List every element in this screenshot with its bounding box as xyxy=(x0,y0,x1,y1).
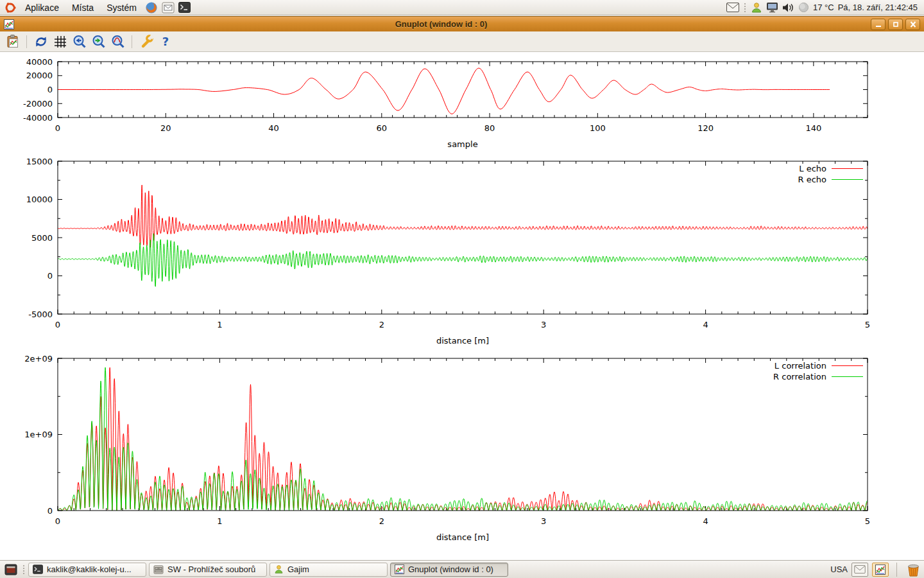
maximize-icon xyxy=(892,21,900,28)
svg-text:4: 4 xyxy=(703,320,708,329)
svg-text:1e+09: 1e+09 xyxy=(24,430,53,439)
display-applet[interactable] xyxy=(766,2,778,13)
mail-launcher[interactable] xyxy=(160,1,176,15)
taskbar-item-label: kaklik@kaklik-kolej-u... xyxy=(47,565,132,574)
svg-text:3: 3 xyxy=(541,320,546,329)
unzoom-button[interactable] xyxy=(109,33,126,50)
svg-text:sample: sample xyxy=(447,139,477,149)
volume-applet[interactable] xyxy=(782,3,794,13)
moon-icon xyxy=(798,2,809,13)
svg-text:3: 3 xyxy=(541,516,546,526)
ubuntu-menu-button[interactable] xyxy=(3,1,18,15)
copy-to-clipboard-button[interactable] xyxy=(4,33,21,50)
svg-text:R echo: R echo xyxy=(798,175,826,184)
svg-text:?: ? xyxy=(162,35,168,48)
trash-icon xyxy=(907,563,920,577)
taskbar-item-file-browser[interactable]: SW - Prohlížeč souborů xyxy=(149,563,267,577)
taskbar-item-gajim[interactable]: Gajim xyxy=(270,563,388,577)
help-button[interactable]: ? xyxy=(157,33,174,50)
taskbar-item-terminal[interactable]: kaklik@kaklik-kolej-u... xyxy=(28,563,146,577)
ubuntu-logo-icon xyxy=(4,2,16,13)
svg-text:L correlation: L correlation xyxy=(774,361,826,371)
terminal-icon xyxy=(33,565,43,574)
gnuplot-canvas[interactable]: 02040608010012014040000200000-20000-4000… xyxy=(0,52,924,560)
trash-applet[interactable] xyxy=(905,563,921,577)
svg-text:2: 2 xyxy=(379,320,384,329)
taskbar-item-gnuplot[interactable]: Gnuplot (window id : 0) xyxy=(390,563,508,577)
terminal-icon xyxy=(178,2,191,13)
toggle-grid-button[interactable] xyxy=(51,33,69,50)
firefox-icon xyxy=(145,1,158,14)
unzoom-icon xyxy=(110,34,126,49)
display-icon xyxy=(766,2,778,13)
speaker-icon xyxy=(782,3,794,13)
zoom-previous-button[interactable] xyxy=(71,33,88,50)
toolbar-separator xyxy=(132,35,132,48)
taskbar-item-label: Gajim xyxy=(287,565,309,574)
tray-gnuplot-icon[interactable] xyxy=(872,563,889,577)
tray-mail-icon[interactable] xyxy=(851,563,868,577)
gajim-icon xyxy=(274,565,284,574)
window-selector-icon xyxy=(4,564,17,575)
svg-text:0: 0 xyxy=(47,506,53,516)
svg-text:-40000: -40000 xyxy=(23,113,53,123)
tasklist-drag-handle[interactable] xyxy=(22,565,26,574)
svg-text:20000: 20000 xyxy=(26,71,53,80)
svg-text:60: 60 xyxy=(377,123,388,133)
clock-label[interactable]: Pá, 18. září, 21:42:45 xyxy=(838,3,918,12)
taskbar-item-label: SW - Prohlížeč souborů xyxy=(167,565,255,574)
svg-text:1: 1 xyxy=(217,516,222,526)
replot-button[interactable] xyxy=(32,33,49,50)
maximize-button[interactable] xyxy=(888,19,903,30)
presence-applet[interactable] xyxy=(751,2,762,13)
svg-text:2: 2 xyxy=(379,516,384,526)
svg-text:20: 20 xyxy=(160,123,171,133)
svg-text:0: 0 xyxy=(55,123,60,133)
close-button[interactable] xyxy=(905,19,920,30)
plots-svg[interactable]: 02040608010012014040000200000-20000-4000… xyxy=(0,52,924,560)
svg-text:40: 40 xyxy=(268,123,279,133)
window-titlebar[interactable]: Gnuplot (window id : 0) xyxy=(0,16,924,31)
svg-text:5: 5 xyxy=(865,516,870,526)
zoom-next-button[interactable] xyxy=(90,33,107,50)
svg-text:100: 100 xyxy=(590,123,606,133)
terminal-launcher[interactable] xyxy=(177,1,193,15)
svg-text:4: 4 xyxy=(703,516,708,526)
settings-button[interactable] xyxy=(137,33,155,50)
svg-text:2e+09: 2e+09 xyxy=(24,354,53,363)
taskbar-item-label: Gnuplot (window id : 0) xyxy=(408,565,493,574)
applet-drag-handle[interactable] xyxy=(743,3,747,12)
weather-applet[interactable] xyxy=(798,2,809,13)
gnuplot-window-icon xyxy=(4,19,14,30)
svg-text:5: 5 xyxy=(865,320,870,329)
zoom-previous-icon xyxy=(72,34,87,49)
svg-text:140: 140 xyxy=(805,123,821,133)
minimize-button[interactable] xyxy=(871,19,886,30)
menu-places[interactable]: Místa xyxy=(66,1,99,15)
panel-separator xyxy=(896,563,897,577)
firefox-launcher[interactable] xyxy=(144,1,159,15)
svg-text:0: 0 xyxy=(55,320,60,329)
keyboard-layout-indicator[interactable]: USA xyxy=(830,565,848,574)
window-selector-button[interactable] xyxy=(3,563,19,577)
file-manager-icon xyxy=(153,565,164,574)
menu-applications[interactable]: Aplikace xyxy=(19,1,65,15)
mail-notification-icon[interactable] xyxy=(726,3,739,12)
svg-text:0: 0 xyxy=(47,85,53,94)
svg-text:0: 0 xyxy=(47,271,53,281)
menu-system[interactable]: Systém xyxy=(101,1,142,15)
user-presence-icon xyxy=(751,2,762,13)
zoom-next-icon xyxy=(91,34,107,49)
help-icon: ? xyxy=(158,34,173,49)
top-panel: Aplikace Místa Systém xyxy=(0,0,924,15)
clipboard-chart-icon xyxy=(5,34,21,49)
refresh-icon xyxy=(33,34,49,49)
window-title: Gnuplot (window id : 0) xyxy=(14,19,868,29)
svg-text:80: 80 xyxy=(484,123,495,133)
svg-text:-5000: -5000 xyxy=(28,310,53,319)
temperature-label[interactable]: 17 °C xyxy=(813,3,834,12)
minimize-icon xyxy=(875,21,882,28)
svg-text:distance [m]: distance [m] xyxy=(436,532,489,542)
svg-text:10000: 10000 xyxy=(26,195,53,204)
svg-text:-20000: -20000 xyxy=(23,99,53,109)
